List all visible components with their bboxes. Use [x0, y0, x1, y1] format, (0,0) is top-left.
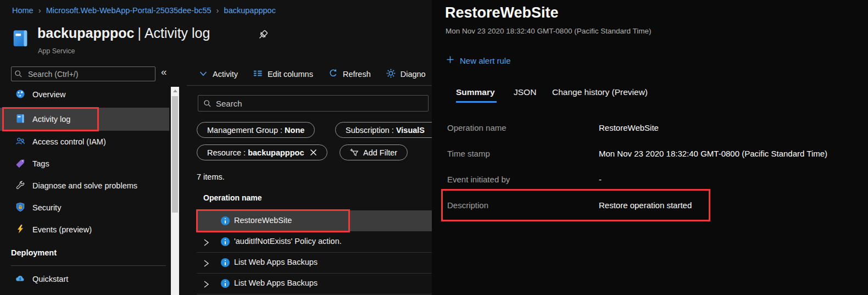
field-label: Operation name — [447, 123, 507, 132]
page-title-resource: backupapppoc — [37, 25, 134, 41]
quickstart-cloud-icon — [15, 274, 25, 285]
overview-icon — [15, 89, 25, 101]
gear-icon — [386, 69, 396, 80]
filter-pill-management-group[interactable]: Management Group : None — [197, 122, 315, 138]
sidebar-item-security[interactable]: Security — [0, 197, 169, 219]
chevron-right-icon[interactable] — [203, 259, 209, 268]
active-tab-underline — [456, 101, 497, 103]
sidebar-item-quickstart[interactable]: Quickstart — [0, 268, 169, 290]
sidebar-scrollbar[interactable] — [171, 87, 179, 295]
page-title-separator: | — [134, 25, 144, 41]
sidebar-item-label: Quickstart — [32, 275, 68, 283]
column-header-operation-name[interactable]: Operation name — [203, 193, 262, 202]
sidebar-search-input[interactable] — [11, 66, 155, 81]
sidebar-section-deployment: Deployment — [11, 248, 57, 257]
field-value: Mon Nov 23 2020 18:32:40 GMT-0800 (Pacif… — [599, 149, 827, 158]
diagnostic-settings-button[interactable]: Diagno — [386, 69, 426, 80]
items-count: 7 items. — [197, 172, 225, 181]
divider — [187, 85, 432, 86]
restorewebsite-highlight-box — [196, 209, 350, 232]
edit-columns-icon — [253, 69, 263, 79]
sidebar-item-label: Security — [32, 203, 61, 212]
edit-columns-button[interactable]: Edit columns — [253, 69, 313, 79]
sidebar-item-label: Tags — [32, 159, 49, 168]
lightning-icon — [15, 224, 25, 236]
table-row-list-backups-2[interactable]: List Web Apps Backups — [187, 273, 432, 294]
divider — [197, 294, 432, 294]
sidebar-item-label: Diagnose and solve problems — [32, 181, 137, 190]
sidebar-item-tags[interactable]: Tags — [0, 153, 169, 175]
sidebar-item-label: Access control (IAM) — [32, 137, 106, 146]
app-service-icon — [11, 29, 30, 48]
filter-pill-resource[interactable]: Resource : backupapppoc — [197, 144, 327, 160]
activity-log-highlight-box — [2, 107, 99, 131]
tab-change-history[interactable]: Change history (Preview) — [552, 87, 648, 97]
plus-icon — [446, 55, 454, 65]
sidebar-item-overview[interactable]: Overview — [0, 84, 169, 105]
breadcrumb-link-home[interactable]: Home — [12, 6, 34, 15]
description-highlight-box — [441, 189, 710, 221]
info-icon[interactable] — [221, 258, 230, 267]
refresh-icon — [329, 69, 338, 80]
field-value: RestoreWebSite — [599, 123, 659, 132]
add-filter-button[interactable]: Add Filter — [340, 144, 408, 160]
wrench-icon — [15, 180, 25, 192]
table-row-audit-policy[interactable]: 'auditIfNotExists' Policy action. — [187, 231, 432, 252]
event-timestamp: Mon Nov 23 2020 18:32:40 GMT-0800 (Pacif… — [446, 27, 651, 35]
field-label: Event initiated by — [447, 175, 510, 184]
sidebar-item-label: Events (preview) — [32, 225, 92, 234]
chevron-down-icon — [199, 70, 208, 79]
activity-menu-button[interactable]: Activity — [199, 70, 238, 79]
chevron-right-icon[interactable] — [203, 280, 209, 288]
command-bar: Activity Edit columns Refresh Diagno — [187, 65, 432, 84]
sidebar-item-label: Overview — [32, 90, 65, 99]
info-icon[interactable] — [221, 237, 230, 246]
sidebar-item-access-control[interactable]: Access control (IAM) — [0, 131, 169, 153]
access-control-icon — [15, 136, 25, 148]
shield-lock-icon — [15, 202, 25, 214]
field-label: Time stamp — [447, 149, 490, 158]
event-detail-panel: RestoreWebSite Mon Nov 23 2020 18:32:40 … — [432, 0, 868, 295]
table-row-list-backups-1[interactable]: List Web Apps Backups — [187, 252, 432, 273]
chevron-right-icon[interactable] — [203, 238, 209, 247]
info-icon[interactable] — [221, 279, 230, 288]
tab-summary[interactable]: Summary — [456, 87, 495, 97]
field-value: - — [599, 175, 602, 184]
event-title: RestoreWebSite — [445, 4, 559, 21]
sidebar-collapse-button[interactable]: « — [161, 66, 167, 78]
divider — [11, 265, 166, 266]
new-alert-rule-button[interactable]: New alert rule — [446, 55, 511, 65]
activity-log-main: Activity Edit columns Refresh Diagno Man… — [187, 0, 432, 295]
activity-search-input[interactable] — [198, 95, 429, 112]
remove-filter-icon[interactable] — [310, 149, 317, 156]
breadcrumb-separator: › — [38, 5, 41, 15]
scrollbar-thumb[interactable] — [172, 96, 178, 213]
filter-pill-subscription[interactable]: Subscription : VisualS — [335, 122, 432, 138]
tags-icon — [15, 158, 25, 170]
add-filter-icon — [350, 148, 359, 157]
sidebar-item-events[interactable]: Events (preview) — [0, 219, 169, 241]
tab-json[interactable]: JSON — [514, 87, 536, 97]
page-title: backupapppoc|Activity log — [37, 25, 210, 41]
refresh-button[interactable]: Refresh — [329, 69, 371, 80]
resource-type-label: App Service — [38, 47, 75, 55]
sidebar-item-diagnose[interactable]: Diagnose and solve problems — [0, 175, 169, 197]
scrollbar-up-arrow[interactable] — [171, 87, 179, 95]
